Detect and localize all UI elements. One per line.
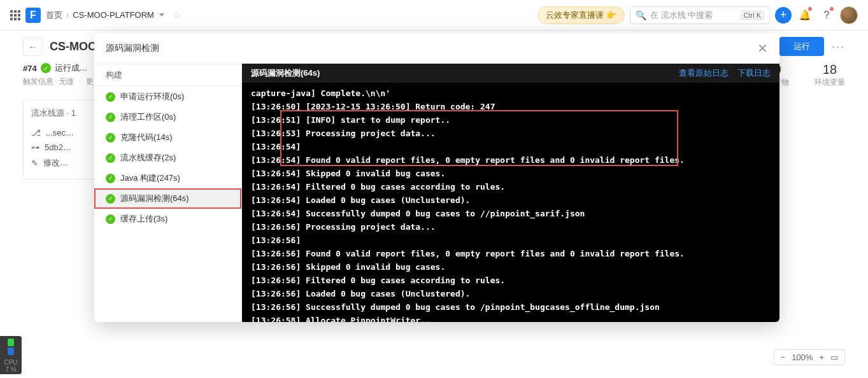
step-item[interactable]: ✓缓存上传(3s) bbox=[94, 209, 241, 229]
close-icon[interactable]: ✕ bbox=[757, 41, 768, 56]
step-list: 构建 ✓申请运行环境(0s) ✓清理工作区(0s) ✓克隆代码(14s) ✓流水… bbox=[94, 64, 242, 322]
step-item[interactable]: ✓Java 构建(247s) bbox=[94, 168, 241, 188]
step-item[interactable]: ✓清理工作区(0s) bbox=[94, 107, 241, 127]
log-modal: 源码漏洞检测 ✕ 构建 ✓申请运行环境(0s) ✓清理工作区(0s) ✓克隆代码… bbox=[94, 33, 779, 322]
check-icon: ✓ bbox=[106, 113, 115, 122]
step-item-active[interactable]: ✓源码漏洞检测(64s) bbox=[94, 188, 241, 209]
check-icon: ✓ bbox=[106, 133, 115, 143]
modal-title: 源码漏洞检测 bbox=[106, 43, 159, 54]
check-icon: ✓ bbox=[106, 214, 115, 224]
step-item[interactable]: ✓申请运行环境(0s) bbox=[94, 87, 241, 107]
log-pane: 源码漏洞检测(64s) 查看原始日志 下载日志 capture-java] Co… bbox=[242, 64, 779, 322]
log-title: 源码漏洞检测(64s) bbox=[251, 67, 320, 79]
download-link[interactable]: 下载日志 bbox=[737, 67, 771, 79]
check-icon: ✓ bbox=[106, 194, 115, 204]
step-group-label: 构建 bbox=[94, 64, 241, 87]
check-icon: ✓ bbox=[106, 92, 115, 102]
log-body[interactable]: capture-java] Complete.\n\n'[13:26:50] [… bbox=[242, 83, 779, 322]
view-raw-link[interactable]: 查看原始日志 bbox=[679, 67, 729, 79]
step-item[interactable]: ✓克隆代码(14s) bbox=[94, 127, 241, 148]
step-item[interactable]: ✓流水线缓存(2s) bbox=[94, 148, 241, 168]
check-icon: ✓ bbox=[106, 153, 115, 163]
check-icon: ✓ bbox=[106, 174, 115, 183]
